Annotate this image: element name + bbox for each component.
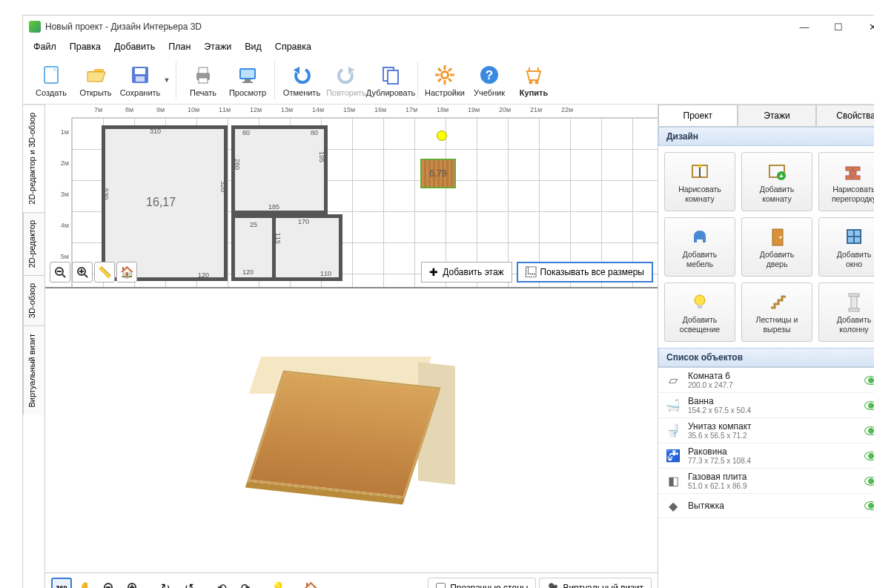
close-button[interactable]: ✕ bbox=[855, 16, 874, 38]
pan-button[interactable]: ✋ bbox=[75, 578, 96, 589]
ruler-h-tick: 16м bbox=[374, 106, 386, 113]
undo-icon bbox=[290, 63, 314, 87]
room-3[interactable]: 170 115 110 bbox=[272, 214, 342, 281]
svg-rect-60 bbox=[851, 296, 857, 309]
visibility-toggle[interactable] bbox=[864, 452, 874, 460]
light-marker[interactable] bbox=[437, 131, 447, 141]
titlebar: Новый проект - Дизайн Интерьера 3D ― ☐ ✕ bbox=[23, 16, 874, 38]
add-light-icon bbox=[689, 291, 711, 313]
object-row[interactable]: ◆Вытяжка bbox=[658, 494, 874, 518]
add-column-button[interactable]: Добавитьколонну bbox=[818, 283, 874, 342]
orbit-360-button[interactable]: 360 bbox=[51, 578, 72, 589]
redo-icon bbox=[334, 63, 358, 87]
zoom-in-button[interactable] bbox=[72, 262, 93, 283]
vtab-both[interactable]: 2D-редактор и 3D-обзор bbox=[23, 105, 44, 212]
menu-план[interactable]: План bbox=[162, 39, 196, 54]
tilt-up-button[interactable]: ⟲ bbox=[211, 578, 232, 589]
light-toggle-button[interactable]: 💡 bbox=[268, 578, 288, 589]
visibility-toggle[interactable] bbox=[864, 426, 874, 435]
rtab-2[interactable]: Свойства bbox=[816, 105, 874, 126]
vtab-2d[interactable]: 2D-редактор bbox=[23, 212, 44, 275]
redo-label: Повторить bbox=[326, 88, 366, 97]
visibility-toggle[interactable] bbox=[864, 401, 874, 410]
add-door-button[interactable]: Добавитьдверь bbox=[741, 217, 812, 277]
toilet-icon: 🚽 bbox=[664, 422, 682, 440]
settings-button[interactable]: Настройки bbox=[423, 57, 467, 103]
draw-room-button[interactable]: Нарисоватькомнату bbox=[664, 152, 735, 211]
buy-button[interactable]: Купить bbox=[512, 57, 556, 103]
hallway[interactable]: 120 25 bbox=[231, 214, 272, 281]
rtab-1[interactable]: Этажи bbox=[738, 105, 817, 126]
open-button[interactable]: Открыть bbox=[73, 57, 118, 103]
draw-wall-button[interactable]: Нарисоватьперегородку bbox=[818, 152, 874, 211]
object-name: Вытяжка bbox=[688, 501, 858, 511]
preview-button[interactable]: Просмотр bbox=[225, 57, 270, 103]
save-dropdown[interactable]: ▼ bbox=[162, 57, 171, 103]
object-row[interactable]: 🚽Унитаз компакт35.6 x 56.5 x 71.2 bbox=[658, 418, 874, 443]
measure-button[interactable]: 📏 bbox=[94, 262, 115, 283]
transparent-walls-toggle[interactable]: Прозрачные стены bbox=[428, 578, 536, 589]
add-door-icon bbox=[766, 225, 788, 248]
menu-вид[interactable]: Вид bbox=[239, 39, 268, 54]
minimize-button[interactable]: ― bbox=[787, 16, 821, 38]
add-room-button[interactable]: +Добавитькомнату bbox=[741, 152, 812, 211]
stairs-button[interactable]: Лестницы ивырезы bbox=[741, 283, 812, 342]
object-row[interactable]: ▱Комната 6200.0 x 247.7 bbox=[658, 368, 874, 393]
add-light-button[interactable]: Добавитьосвещение bbox=[664, 283, 735, 342]
design-tools-grid: Нарисоватькомнату+ДобавитькомнатуНарисов… bbox=[658, 146, 874, 348]
add-furn-button[interactable]: Добавитьмебель bbox=[664, 217, 735, 277]
tilt-down-button[interactable]: ⟳ bbox=[235, 578, 256, 589]
ruler-h-tick: 22м bbox=[561, 106, 573, 113]
right-panel: ПроектЭтажиСвойства Дизайн Нарисоватьком… bbox=[658, 105, 874, 588]
object-row[interactable]: 🚰Раковина77.3 x 72.5 x 108.4 bbox=[658, 443, 874, 469]
print-button[interactable]: Печать bbox=[181, 57, 225, 103]
room-1-area: 16,17 bbox=[146, 196, 176, 209]
virtual-visit-button[interactable]: 🎥Виртуальный визит bbox=[539, 578, 652, 589]
room-icon: ▱ bbox=[664, 371, 682, 389]
menu-правка[interactable]: Правка bbox=[64, 39, 107, 54]
rotate-ccw-button[interactable]: ↺ bbox=[179, 578, 199, 589]
new-button[interactable]: Создать bbox=[29, 57, 73, 103]
room-2[interactable]: 6,79 80 80 260 195 185 bbox=[231, 125, 328, 214]
plan-2d-viewport[interactable]: 7м8м9м10м11м12м13м14м15м16м17м18м19м20м2… bbox=[45, 105, 658, 288]
add-floor-button[interactable]: ✚Добавить этаж bbox=[421, 262, 512, 283]
vtab-3d[interactable]: 3D-обзор bbox=[23, 275, 44, 326]
room-1[interactable]: 16,17 310 530 320 120 bbox=[102, 125, 228, 281]
app-icon bbox=[29, 21, 41, 33]
help-icon: ? bbox=[477, 63, 501, 87]
add-column-icon bbox=[843, 291, 865, 313]
menu-этажи[interactable]: Этажи bbox=[198, 39, 237, 54]
menu-добавить[interactable]: Добавить bbox=[108, 39, 161, 54]
object-dimensions: 35.6 x 56.5 x 71.2 bbox=[688, 432, 858, 440]
menu-справка[interactable]: Справка bbox=[269, 39, 317, 54]
zoom-in-3d-button[interactable] bbox=[122, 578, 143, 589]
home-extent-button[interactable]: 🏠 bbox=[116, 262, 137, 283]
maximize-button[interactable]: ☐ bbox=[821, 16, 855, 38]
object-row[interactable]: ◧Газовая плита51.0 x 62.1 x 86.9 bbox=[658, 469, 874, 494]
add-furn-icon bbox=[689, 225, 711, 248]
add-window-button[interactable]: Добавитьокно bbox=[818, 217, 874, 277]
zoom-out-button[interactable] bbox=[50, 262, 70, 283]
object-list[interactable]: ▱Комната 6200.0 x 247.7🛁Ванна154.2 x 67.… bbox=[658, 367, 874, 545]
dup-button[interactable]: Дублировать bbox=[368, 57, 413, 103]
help-button[interactable]: ?Учебник bbox=[467, 57, 512, 103]
visibility-toggle[interactable] bbox=[864, 376, 874, 385]
menu-файл[interactable]: Файл bbox=[27, 39, 62, 54]
show-dimensions-toggle[interactable]: ⿺Показывать все размеры bbox=[517, 262, 653, 283]
home-3d-button[interactable]: 🏠 bbox=[300, 578, 321, 589]
rotate-cw-button[interactable]: ↻ bbox=[155, 578, 176, 589]
table-object[interactable]: 6,79 bbox=[420, 159, 456, 188]
save-button[interactable]: Сохранить bbox=[118, 57, 162, 103]
visibility-toggle[interactable] bbox=[864, 477, 874, 486]
dim: 25 bbox=[250, 221, 257, 228]
visibility-toggle[interactable] bbox=[864, 501, 874, 510]
redo-button[interactable]: Повторить bbox=[324, 57, 368, 103]
view-3d-viewport[interactable] bbox=[45, 288, 658, 572]
vtab-vv[interactable]: Виртуальный визит bbox=[23, 326, 44, 415]
svg-rect-52 bbox=[853, 176, 860, 179]
zoom-out-3d-button[interactable] bbox=[99, 578, 119, 589]
object-row[interactable]: 🛁Ванна154.2 x 67.5 x 50.4 bbox=[658, 393, 874, 418]
rtab-0[interactable]: Проект bbox=[658, 105, 738, 126]
open-label: Открыть bbox=[79, 88, 111, 97]
undo-button[interactable]: Отменить bbox=[279, 57, 324, 103]
